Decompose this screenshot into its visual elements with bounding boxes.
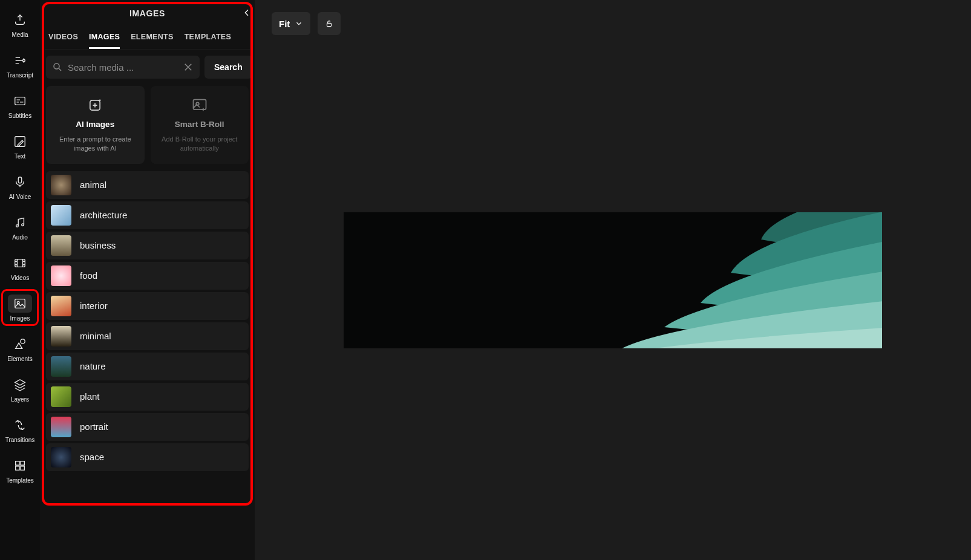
category-plant[interactable]: plant: [46, 383, 249, 411]
category-label: plant: [80, 391, 100, 402]
shapes-icon: [13, 337, 27, 351]
ai-generate-icon: [87, 97, 103, 114]
category-architecture[interactable]: architecture: [46, 201, 249, 229]
subtitles-icon: [13, 94, 27, 108]
search-box[interactable]: [46, 56, 200, 79]
thumb-icon: [51, 356, 71, 377]
rail-item-templates[interactable]: Templates: [2, 452, 38, 487]
category-portrait[interactable]: portrait: [46, 413, 249, 441]
unlock-icon: [325, 19, 333, 28]
transcript-icon: [13, 54, 27, 67]
thumb-icon: [51, 205, 71, 226]
svg-rect-17: [193, 100, 206, 109]
rail-item-ai-voice[interactable]: AI Voice: [2, 168, 38, 204]
thumb-icon: [51, 447, 71, 467]
rail-item-media[interactable]: Media: [2, 6, 38, 42]
unlock-button[interactable]: [318, 12, 341, 35]
card-title: Smart B-Roll: [175, 120, 224, 129]
svg-rect-11: [21, 461, 24, 465]
transitions-icon: [13, 418, 27, 432]
card-sub: Enter a prompt to create images with AI: [52, 135, 139, 153]
rail-label: Text: [15, 153, 25, 160]
rail-item-audio[interactable]: Audio: [2, 209, 38, 244]
rail-label: Videos: [11, 275, 29, 281]
thumb-icon: [51, 417, 71, 437]
rail-item-elements[interactable]: Elements: [2, 330, 38, 366]
svg-rect-6: [15, 259, 25, 267]
card-title: AI Images: [76, 120, 114, 129]
category-business[interactable]: business: [46, 232, 249, 259]
thumb-icon: [51, 386, 71, 407]
image-icon: [13, 297, 27, 310]
svg-rect-3: [18, 177, 22, 183]
svg-point-5: [22, 224, 24, 226]
svg-point-4: [16, 225, 19, 227]
rail-item-layers[interactable]: Layers: [2, 371, 38, 406]
preview-canvas[interactable]: [344, 212, 882, 348]
thumb-icon: [51, 265, 71, 286]
layers-icon: [13, 378, 27, 391]
category-interior[interactable]: interior: [46, 292, 249, 320]
svg-rect-12: [16, 466, 19, 470]
search-button[interactable]: Search: [204, 56, 252, 79]
rail-item-transitions[interactable]: Transitions: [2, 411, 38, 447]
panel-title: IMAGES: [129, 8, 165, 18]
rail-label: Audio: [12, 234, 28, 241]
rail-item-subtitles[interactable]: Subtitles: [2, 87, 38, 123]
rail-item-videos[interactable]: Videos: [2, 249, 38, 285]
chevron-down-icon: [295, 19, 303, 28]
tab-templates[interactable]: TEMPLATES: [185, 29, 231, 49]
rail-label: Transitions: [5, 437, 35, 443]
canvas-toolbar: Fit: [272, 12, 341, 35]
tab-videos[interactable]: VIDEOS: [48, 29, 78, 49]
left-rail: Media Transcript Subtitles Text AI Voice…: [0, 0, 40, 560]
search-icon: [52, 62, 63, 73]
ai-images-card[interactable]: AI Images Enter a prompt to create image…: [46, 86, 145, 164]
rail-label: Layers: [11, 396, 29, 403]
search-input[interactable]: [68, 62, 183, 73]
thumb-icon: [51, 175, 71, 195]
rail-label: AI Voice: [9, 194, 31, 200]
smart-broll-card[interactable]: Smart B-Roll Add B-Roll to your project …: [151, 86, 249, 164]
category-food[interactable]: food: [46, 262, 249, 290]
category-label: nature: [80, 361, 106, 371]
fit-dropdown[interactable]: Fit: [272, 12, 310, 35]
rail-label: Media: [11, 31, 28, 38]
category-label: business: [80, 240, 116, 250]
rail-label: Elements: [7, 356, 33, 362]
upload-icon: [13, 13, 27, 27]
decorative-leaves: [531, 212, 882, 348]
images-panel: IMAGES VIDEOS IMAGES ELEMENTS TEMPLATES …: [40, 0, 255, 560]
rail-item-text[interactable]: Text: [2, 128, 38, 163]
category-animal[interactable]: animal: [46, 171, 249, 199]
category-label: minimal: [80, 331, 111, 341]
rail-label: Templates: [6, 477, 34, 484]
svg-point-16: [99, 99, 101, 101]
thumb-icon: [51, 326, 71, 347]
category-label: architecture: [80, 210, 127, 220]
category-minimal[interactable]: minimal: [46, 322, 249, 350]
rail-item-transcript[interactable]: Transcript: [2, 47, 38, 82]
category-list: animal architecture business food interi…: [46, 171, 249, 471]
grid-icon: [13, 459, 27, 472]
svg-point-9: [21, 339, 25, 343]
rail-item-images[interactable]: Images: [2, 290, 38, 325]
svg-rect-1: [15, 97, 25, 105]
clear-icon[interactable]: [183, 62, 194, 73]
rail-label: Transcript: [7, 72, 33, 79]
category-nature[interactable]: nature: [46, 353, 249, 380]
category-space[interactable]: space: [46, 443, 249, 471]
rail-label: Images: [10, 315, 30, 322]
card-sub: Add B-Roll to your project automatically: [157, 135, 243, 153]
video-icon: [13, 256, 27, 270]
svg-point-0: [23, 59, 25, 62]
image-add-icon: [191, 97, 208, 114]
panel-tabs: VIDEOS IMAGES ELEMENTS TEMPLATES: [45, 27, 250, 50]
category-label: space: [80, 452, 104, 462]
collapse-panel-button[interactable]: [240, 6, 253, 19]
chevron-left-icon: [242, 8, 252, 18]
tab-images[interactable]: IMAGES: [89, 29, 120, 49]
category-label: portrait: [80, 422, 108, 432]
tab-elements[interactable]: ELEMENTS: [131, 29, 173, 49]
thumb-icon: [51, 296, 71, 316]
